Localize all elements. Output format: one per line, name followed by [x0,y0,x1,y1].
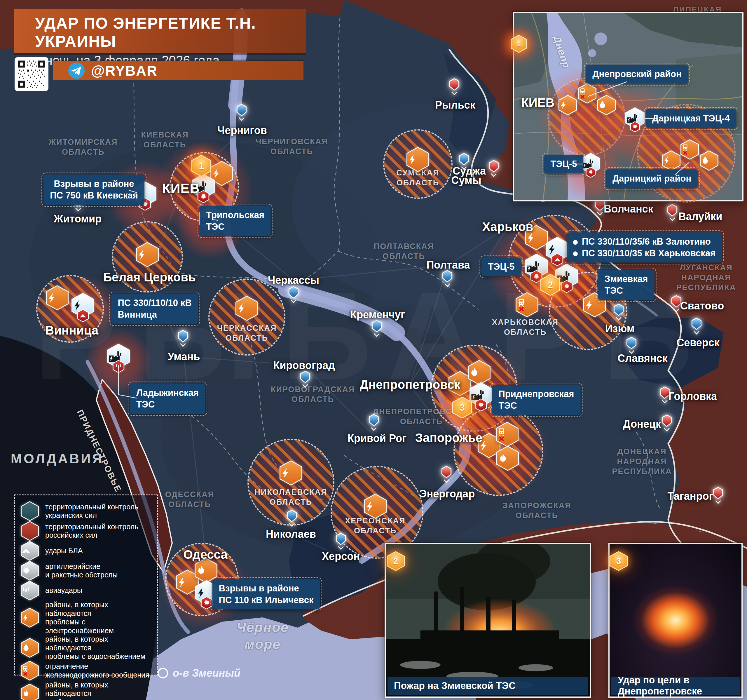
page-title: УДАР ПО ЭНЕРГЕТИКЕ Т.Н. УКРАИНЫ [35,14,306,50]
region-label: ДОНЕЦКАЯ НАРОДНАЯ РЕСПУБЛИКА [612,447,672,476]
power-outage-icon [407,154,428,165]
legend-item: районы, в которых наблюдаются проблемы с… [21,681,152,700]
region-label: ЧЕРКАССКАЯ ОБЛАСТЬ [217,323,277,343]
region-label: ОДЕССКАЯ ОБЛАСТЬ [165,490,214,510]
callout-label: Днепровский район [586,65,688,83]
region-label: КИЕВСКАЯ ОБЛАСТЬ [141,130,189,150]
region-label: МОЛДАВИЯ [11,450,104,467]
legend-item: территориальный контроль российских сил [21,521,152,541]
marker-power-outage-icon [662,150,680,171]
city-label: Харьков [482,220,534,234]
region-label: КИРОВОГРАДСКАЯ ОБЛАСТЬ [271,385,355,405]
marker-power-plant-icon [469,382,492,407]
city-pin-red [449,78,460,94]
legend-item-label: территориальный контроль украинских сил [45,503,138,520]
heating-problem-icon [469,367,490,378]
marker-power-outage-icon [136,242,159,267]
callout-label: ТЭЦ-5 [544,155,583,173]
callout-label: Взрывы в районеПС 110 кВ Ильичевск [212,579,320,609]
numbered-marker: 1 [191,155,211,177]
city-label: Николаев [266,528,316,540]
heating-problem-icon [21,689,38,698]
marker-power-outage-icon [46,285,68,310]
city-pin-blue [288,286,299,302]
city-label: Изюм [605,323,635,335]
city-pin-blue [178,330,188,346]
water-problem-icon [598,100,615,109]
shelling-icon [21,566,38,575]
city-label: Кировоград [273,359,335,371]
title-banner: УДАР ПО ЭНЕРГЕТИКЕ Т.Н. УКРАИНЫ в ночь н… [14,9,306,53]
marker-rail-restriction-icon [578,83,596,104]
marker-water-problem-icon [597,95,616,115]
marker-water-problem-icon [700,150,718,171]
city-label: Белая Церковь [103,270,196,284]
city-label: Чернигов [218,124,267,136]
city-label: КИЕВ [521,96,554,110]
city-label: Волчанск [604,203,653,215]
qr-pattern [17,59,46,89]
city-label: Запорожье [415,431,482,445]
city-label: Энергодар [419,488,475,500]
city-label: КИЕВ [162,180,200,196]
city-pin-blue [369,414,379,430]
zmiev-fire-photo [386,544,590,697]
numbered-marker: 2 [387,551,405,571]
rail-restriction-icon [21,665,38,676]
power-outage-icon [559,100,576,109]
region-label: ХЕРСОНСКАЯ ОБЛАСТЬ [345,516,405,536]
legend-item-label: территориальный контроль российских сил [45,523,138,540]
region-label: НИКОЛАЕВСКАЯ ОБЛАСТЬ [254,488,327,508]
heating-problem-icon [497,453,518,464]
power-outage-icon [47,292,68,304]
region-label: ПОЛТАВСКАЯ ОБЛАСТЬ [374,242,434,262]
city-pin-red [441,466,452,482]
callout-label: ПС 330/110/10 кВВинница [111,294,198,324]
legend-item-label: удары БЛА [45,547,83,555]
legend-item-label: авиаудары [45,586,82,595]
legend-hex-red [21,521,39,541]
numbered-marker: 3 [609,551,628,571]
city-label: Винница [45,323,98,338]
marker-heating-problem-icon [468,360,490,385]
channel-handle: @RYBAR [91,63,157,79]
callout-label: ПС 330/110/35/6 кВ ЗалютиноПС 330/110/35… [567,232,722,262]
city-label: Таганрог [668,490,714,502]
legend-item: авиаудары [21,580,152,600]
legend-drone [21,541,39,561]
legend-drop [21,638,39,658]
callout-label: ТЭЦ-5 [481,258,521,276]
city-pin-red [713,487,723,503]
city-pin-blue [300,371,310,387]
city-label: Славянск [617,352,667,365]
marker-power-outage-icon [407,147,429,172]
numbered-marker: 1 [511,35,527,53]
city-pin-blue [442,270,452,286]
callout-label: Дарницкая ТЭЦ-4 [646,109,736,128]
legend-bombs [21,580,39,600]
channel-strip: @RYBAR [53,61,304,80]
legend-item-label: районы, в которых наблюдаются проблемы с… [45,635,152,661]
marker-power-plant-icon [625,108,644,129]
rail-restriction-icon [681,144,698,155]
legend-item: районы, в которых наблюдаются проблемы с… [21,635,152,661]
city-pin-blue [613,304,624,320]
heating-problem-icon [195,565,216,576]
marker-heating-problem-icon [496,446,519,471]
city-label: Горловка [668,390,717,403]
power-outage-icon [663,156,680,165]
callout-label: Взрывы в районеПС 750 кВ Киевская [44,174,144,205]
legend-item: артиллерийские и ракетные обстрелы [21,561,152,580]
infographic-root: РЫБАРЬ [0,0,747,700]
legend-item: удары БЛА [21,541,152,561]
callout-label: ЗмиевкаяТЭС [598,270,655,300]
legend-item: районы, в которых наблюдаются проблемы с… [21,600,152,635]
rail-restriction-icon [579,88,596,98]
power-outage-icon [21,613,38,622]
city-pin-blue [691,318,702,334]
city-label: Херсон [322,550,360,562]
city-pin-blue [236,104,247,120]
legend-item-label: районы, в которых наблюдаются проблемы с… [45,600,152,635]
city-label: Рыльск [435,99,475,111]
airstrike-icon [21,586,38,595]
